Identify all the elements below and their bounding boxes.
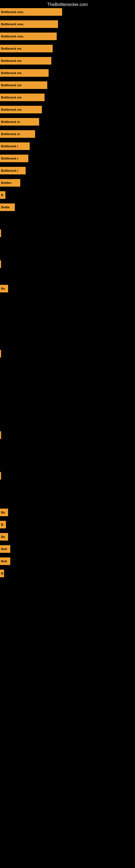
bottleneck-bar bbox=[0, 472, 1, 479]
bottleneck-bar: Bottleneck res bbox=[0, 94, 45, 101]
bottleneck-bar: B bbox=[0, 521, 6, 528]
bottleneck-bar: Bottleneck res bbox=[0, 69, 49, 77]
bottleneck-bar: Bott bbox=[0, 545, 10, 553]
bottleneck-bar: Bottleneck res bbox=[0, 82, 47, 89]
bottleneck-bar: Bottleneck r bbox=[0, 167, 26, 175]
bottleneck-bar: Bo bbox=[0, 285, 8, 292]
bottleneck-bar: Bo bbox=[0, 533, 8, 540]
bottleneck-bar: Bottleneck res bbox=[0, 57, 51, 65]
bottleneck-bar: Bottleneck res bbox=[0, 106, 42, 113]
bottleneck-bar: Bottleneck res bbox=[0, 45, 53, 52]
bottleneck-bar: Bottleneck resu bbox=[0, 33, 57, 40]
bottleneck-bar bbox=[0, 431, 1, 439]
bottleneck-bar: B bbox=[0, 569, 4, 577]
bottleneck-bar bbox=[0, 350, 1, 358]
bottleneck-bar bbox=[0, 260, 1, 268]
bottleneck-bar: Bottle bbox=[0, 204, 15, 211]
bottleneck-bar: Bottlen bbox=[0, 179, 20, 187]
bottleneck-bar: Bottleneck resu bbox=[0, 8, 62, 16]
bottleneck-bar: Bottleneck r bbox=[0, 143, 30, 150]
bottleneck-bar: Bottleneck resu bbox=[0, 20, 58, 28]
bottleneck-bar: Bottleneck re bbox=[0, 118, 39, 126]
bottleneck-bar: Bottleneck r bbox=[0, 155, 28, 162]
bottleneck-bar: Bott bbox=[0, 557, 10, 565]
bottleneck-bar: Bo bbox=[0, 508, 8, 516]
bottleneck-bar: B bbox=[0, 191, 5, 199]
bottleneck-bar bbox=[0, 229, 1, 237]
site-title: TheBottlenecker.com bbox=[0, 0, 135, 9]
bottleneck-bar: Bottleneck re bbox=[0, 130, 35, 138]
